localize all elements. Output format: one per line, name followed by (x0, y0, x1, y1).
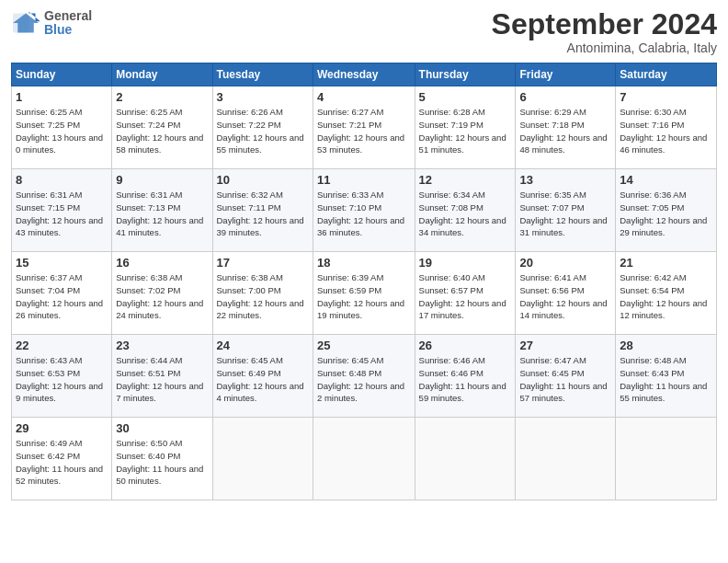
logo-line1: General (44, 9, 92, 23)
day-info: Sunrise: 6:29 AMSunset: 7:18 PMDaylight:… (519, 107, 607, 155)
table-row: 14 Sunrise: 6:36 AMSunset: 7:05 PMDaylig… (616, 169, 717, 252)
day-info: Sunrise: 6:38 AMSunset: 7:02 PMDaylight:… (116, 272, 203, 320)
table-row (516, 418, 616, 500)
day-number: 27 (519, 339, 611, 352)
logo-text: General Blue (44, 9, 92, 38)
logo-line2: Blue (44, 23, 92, 37)
header-row: Sunday Monday Tuesday Wednesday Thursday… (12, 63, 717, 86)
table-row: 1 Sunrise: 6:25 AMSunset: 7:25 PMDayligh… (12, 86, 112, 169)
table-row: 6 Sunrise: 6:29 AMSunset: 7:18 PMDayligh… (516, 86, 616, 169)
month-title: September 2024 (492, 9, 717, 39)
day-info: Sunrise: 6:39 AMSunset: 6:59 PMDaylight:… (317, 272, 404, 320)
title-block: September 2024 Antonimina, Calabria, Ita… (492, 9, 717, 55)
day-number: 2 (116, 90, 208, 104)
day-number: 7 (620, 90, 712, 104)
day-number: 25 (317, 339, 411, 352)
table-row: 23 Sunrise: 6:44 AMSunset: 6:51 PMDaylig… (112, 335, 212, 418)
calendar-week-4: 22 Sunrise: 6:43 AMSunset: 6:53 PMDaylig… (12, 335, 717, 418)
page: General Blue September 2024 Antonimina, … (0, 0, 728, 563)
col-thursday: Thursday (415, 63, 516, 86)
day-number: 8 (16, 173, 108, 187)
table-row: 29 Sunrise: 6:49 AMSunset: 6:42 PMDaylig… (12, 418, 112, 500)
logo-icon (11, 10, 40, 36)
day-info: Sunrise: 6:41 AMSunset: 6:56 PMDaylight:… (519, 272, 607, 320)
day-number: 15 (16, 256, 108, 270)
day-info: Sunrise: 6:32 AMSunset: 7:11 PMDaylight:… (217, 190, 304, 237)
day-number: 22 (16, 339, 108, 352)
day-number: 9 (116, 173, 208, 187)
day-info: Sunrise: 6:28 AMSunset: 7:19 PMDaylight:… (419, 107, 506, 155)
day-number: 18 (317, 256, 411, 270)
table-row: 21 Sunrise: 6:42 AMSunset: 6:54 PMDaylig… (616, 252, 717, 335)
table-row: 7 Sunrise: 6:30 AMSunset: 7:16 PMDayligh… (616, 86, 717, 169)
col-monday: Monday (112, 63, 212, 86)
day-number: 28 (620, 339, 712, 352)
day-number: 29 (16, 421, 108, 435)
table-row: 26 Sunrise: 6:46 AMSunset: 6:46 PMDaylig… (415, 335, 516, 418)
day-info: Sunrise: 6:27 AMSunset: 7:21 PMDaylight:… (317, 107, 404, 155)
table-row: 19 Sunrise: 6:40 AMSunset: 6:57 PMDaylig… (415, 252, 516, 335)
table-row: 8 Sunrise: 6:31 AMSunset: 7:15 PMDayligh… (12, 169, 112, 252)
table-row: 10 Sunrise: 6:32 AMSunset: 7:11 PMDaylig… (212, 169, 313, 252)
calendar-week-1: 1 Sunrise: 6:25 AMSunset: 7:25 PMDayligh… (12, 86, 717, 169)
calendar-body: 1 Sunrise: 6:25 AMSunset: 7:25 PMDayligh… (12, 86, 717, 500)
day-number: 21 (620, 256, 712, 270)
header: General Blue September 2024 Antonimina, … (11, 9, 717, 55)
day-info: Sunrise: 6:31 AMSunset: 7:13 PMDaylight:… (116, 190, 203, 237)
day-number: 1 (16, 90, 108, 104)
calendar-week-2: 8 Sunrise: 6:31 AMSunset: 7:15 PMDayligh… (12, 169, 717, 252)
day-number: 3 (217, 90, 309, 104)
day-number: 6 (519, 90, 611, 104)
table-row: 22 Sunrise: 6:43 AMSunset: 6:53 PMDaylig… (12, 335, 112, 418)
day-number: 16 (116, 256, 208, 270)
table-row: 20 Sunrise: 6:41 AMSunset: 6:56 PMDaylig… (516, 252, 616, 335)
col-saturday: Saturday (616, 63, 717, 86)
table-row (415, 418, 516, 500)
calendar-header: Sunday Monday Tuesday Wednesday Thursday… (12, 63, 717, 86)
logo: General Blue (11, 9, 92, 38)
table-row (616, 418, 717, 500)
day-info: Sunrise: 6:45 AMSunset: 6:49 PMDaylight:… (217, 355, 304, 403)
table-row: 11 Sunrise: 6:33 AMSunset: 7:10 PMDaylig… (313, 169, 415, 252)
col-friday: Friday (516, 63, 616, 86)
day-number: 19 (419, 256, 512, 270)
day-info: Sunrise: 6:43 AMSunset: 6:53 PMDaylight:… (16, 355, 103, 403)
day-info: Sunrise: 6:50 AMSunset: 6:40 PMDaylight:… (116, 438, 203, 486)
col-wednesday: Wednesday (313, 63, 415, 86)
day-info: Sunrise: 6:25 AMSunset: 7:24 PMDaylight:… (116, 107, 203, 155)
day-number: 5 (419, 90, 512, 104)
table-row: 18 Sunrise: 6:39 AMSunset: 6:59 PMDaylig… (313, 252, 415, 335)
day-info: Sunrise: 6:45 AMSunset: 6:48 PMDaylight:… (317, 355, 404, 403)
table-row: 28 Sunrise: 6:48 AMSunset: 6:43 PMDaylig… (616, 335, 717, 418)
day-number: 20 (519, 256, 611, 270)
table-row: 25 Sunrise: 6:45 AMSunset: 6:48 PMDaylig… (313, 335, 415, 418)
table-row: 5 Sunrise: 6:28 AMSunset: 7:19 PMDayligh… (415, 86, 516, 169)
calendar-week-3: 15 Sunrise: 6:37 AMSunset: 7:04 PMDaylig… (12, 252, 717, 335)
col-sunday: Sunday (12, 63, 112, 86)
day-info: Sunrise: 6:25 AMSunset: 7:25 PMDaylight:… (16, 107, 103, 155)
day-info: Sunrise: 6:38 AMSunset: 7:00 PMDaylight:… (217, 272, 304, 320)
calendar-table: Sunday Monday Tuesday Wednesday Thursday… (11, 63, 717, 500)
table-row: 15 Sunrise: 6:37 AMSunset: 7:04 PMDaylig… (12, 252, 112, 335)
day-info: Sunrise: 6:31 AMSunset: 7:15 PMDaylight:… (16, 190, 103, 237)
day-info: Sunrise: 6:44 AMSunset: 6:51 PMDaylight:… (116, 355, 203, 403)
calendar-week-5: 29 Sunrise: 6:49 AMSunset: 6:42 PMDaylig… (12, 418, 717, 500)
table-row: 30 Sunrise: 6:50 AMSunset: 6:40 PMDaylig… (112, 418, 212, 500)
table-row (212, 418, 313, 500)
day-number: 14 (620, 173, 712, 187)
day-info: Sunrise: 6:34 AMSunset: 7:08 PMDaylight:… (419, 190, 506, 237)
day-info: Sunrise: 6:40 AMSunset: 6:57 PMDaylight:… (419, 272, 506, 320)
day-number: 10 (217, 173, 309, 187)
day-info: Sunrise: 6:36 AMSunset: 7:05 PMDaylight:… (620, 190, 707, 237)
table-row: 13 Sunrise: 6:35 AMSunset: 7:07 PMDaylig… (516, 169, 616, 252)
table-row: 27 Sunrise: 6:47 AMSunset: 6:45 PMDaylig… (516, 335, 616, 418)
day-info: Sunrise: 6:49 AMSunset: 6:42 PMDaylight:… (16, 438, 103, 486)
day-number: 23 (116, 339, 208, 352)
day-number: 17 (217, 256, 309, 270)
day-info: Sunrise: 6:46 AMSunset: 6:46 PMDaylight:… (419, 355, 506, 403)
table-row (313, 418, 415, 500)
table-row: 9 Sunrise: 6:31 AMSunset: 7:13 PMDayligh… (112, 169, 212, 252)
day-number: 13 (519, 173, 611, 187)
day-info: Sunrise: 6:37 AMSunset: 7:04 PMDaylight:… (16, 272, 103, 320)
table-row: 2 Sunrise: 6:25 AMSunset: 7:24 PMDayligh… (112, 86, 212, 169)
